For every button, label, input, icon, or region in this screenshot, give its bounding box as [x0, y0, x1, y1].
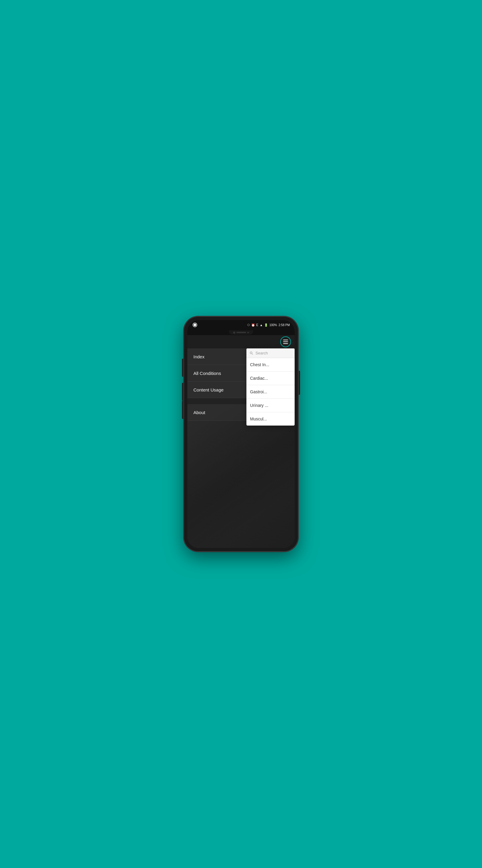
battery-icon: 🔋 — [264, 323, 268, 327]
signal-letter: E — [256, 323, 258, 327]
cast-icon: ⬡ — [247, 323, 250, 327]
dropdown-item-chest[interactable]: Chest In... — [247, 358, 295, 372]
search-box[interactable]: Search — [247, 348, 295, 358]
notch — [229, 330, 253, 335]
front-camera — [233, 332, 235, 334]
status-right: ⬡ ⏰ E ▲ 🔋 100% 2:58 PM — [247, 323, 290, 327]
sensor-dot — [247, 332, 249, 333]
search-placeholder: Search — [255, 351, 268, 355]
menu-button[interactable] — [280, 336, 291, 347]
notch-area — [187, 330, 295, 335]
dropdown-item-cardiac[interactable]: Cardiac... — [247, 372, 295, 385]
phone-screen: ⬡ ⏰ E ▲ 🔋 100% 2:58 PM — [187, 320, 295, 548]
nav-item-index-label: Index — [193, 354, 204, 359]
search-overlay-panel: Search Chest In... Cardiac... Gastroi...… — [247, 348, 295, 426]
time-display: 2:58 PM — [279, 323, 290, 327]
search-icon — [250, 351, 254, 355]
menu-line-3 — [283, 343, 288, 344]
nav-item-about-label: About — [193, 410, 205, 415]
nav-item-all-conditions-label: All Conditions — [193, 371, 221, 376]
app-bar — [187, 335, 295, 348]
nav-drawer: Index › All Conditions › Content Usage › — [187, 348, 295, 548]
phone-frame: ⬡ ⏰ E ▲ 🔋 100% 2:58 PM — [184, 316, 298, 552]
camera-icon — [192, 322, 198, 328]
status-left — [192, 322, 198, 328]
app-content: Index › All Conditions › Content Usage › — [187, 335, 295, 548]
dropdown-item-urinary[interactable]: Urinary ... — [247, 399, 295, 412]
status-bar: ⬡ ⏰ E ▲ 🔋 100% 2:58 PM — [187, 320, 295, 330]
nav-item-content-usage-label: Content Usage — [193, 387, 224, 393]
alarm-icon: ⏰ — [251, 323, 255, 327]
battery-percent: 100% — [269, 323, 277, 327]
speaker-grille — [236, 332, 246, 333]
dropdown-item-gastroi[interactable]: Gastroi... — [247, 385, 295, 399]
menu-line-1 — [283, 340, 288, 340]
dropdown-item-muscul[interactable]: Muscul... — [247, 412, 295, 426]
menu-line-2 — [283, 341, 288, 342]
dark-content-area — [187, 421, 295, 548]
signal-icon: ▲ — [260, 323, 263, 327]
